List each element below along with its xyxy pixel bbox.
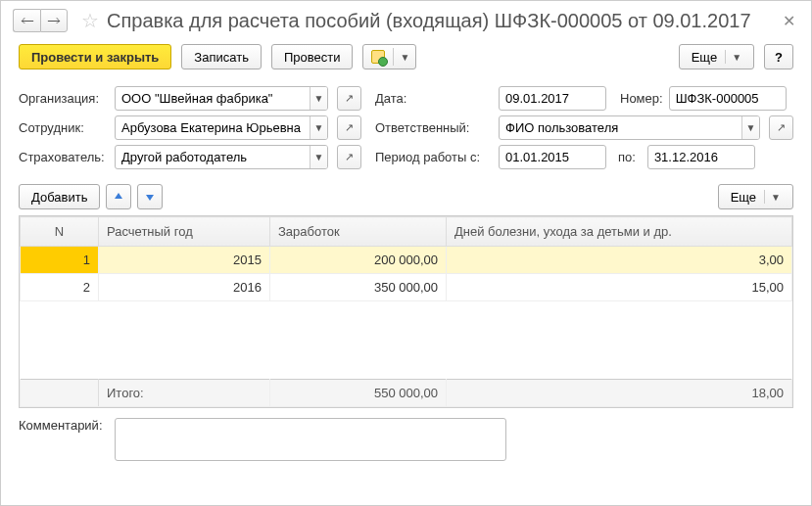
- period-from-input[interactable]: [500, 146, 606, 168]
- insurer-input[interactable]: [116, 146, 310, 168]
- chevron-down-icon[interactable]: ▼: [310, 146, 327, 168]
- footer-days: 18,00: [447, 380, 792, 407]
- cell-days[interactable]: 3,00: [447, 247, 792, 274]
- period-to-input[interactable]: [648, 146, 755, 168]
- more-button[interactable]: Еще ▼: [679, 44, 754, 69]
- comment-label: Комментарий:: [19, 418, 109, 433]
- period-to-label: по:: [618, 150, 636, 164]
- earnings-table: N Расчетный год Заработок Дней болезни, …: [19, 215, 793, 408]
- window-title: Справка для расчета пособий (входящая) Ш…: [107, 10, 771, 32]
- chevron-down-icon[interactable]: ▼: [310, 116, 327, 139]
- cell-days[interactable]: 15,00: [447, 274, 792, 301]
- col-header-year[interactable]: Расчетный год: [99, 217, 270, 247]
- table-more-label: Еще: [731, 190, 756, 205]
- employee-input[interactable]: [116, 116, 310, 139]
- chevron-down-icon: ▼: [393, 48, 409, 66]
- cell-year[interactable]: 2015: [99, 247, 270, 274]
- open-insurer-button[interactable]: ↗: [337, 145, 361, 169]
- col-header-earn[interactable]: Заработок: [270, 217, 447, 247]
- post-and-close-button[interactable]: Провести и закрыть: [19, 44, 171, 69]
- period-from-field[interactable]: 📅: [499, 145, 606, 169]
- chevron-down-icon[interactable]: ▼: [310, 87, 327, 110]
- favorite-star-icon[interactable]: ☆: [81, 9, 99, 32]
- nav-buttons: 🡐 🡒: [13, 9, 68, 32]
- nav-back-button[interactable]: 🡐: [13, 9, 40, 32]
- nav-forward-button[interactable]: 🡒: [40, 9, 68, 32]
- move-up-button[interactable]: [106, 184, 131, 209]
- write-button[interactable]: Записать: [181, 44, 262, 69]
- move-down-button[interactable]: [137, 184, 163, 209]
- organization-label: Организация:: [19, 91, 109, 106]
- cell-n[interactable]: 2: [21, 274, 99, 301]
- period-to-field[interactable]: 📅: [647, 145, 755, 169]
- cell-earn[interactable]: 200 000,00: [270, 247, 447, 274]
- create-based-on-button[interactable]: ▼: [362, 44, 416, 69]
- table-footer-row: Итого: 550 000,00 18,00: [21, 380, 792, 407]
- responsible-label: Ответственный:: [375, 120, 493, 135]
- footer-earn: 550 000,00: [270, 380, 447, 407]
- add-row-button[interactable]: Добавить: [19, 184, 100, 209]
- employee-label: Сотрудник:: [19, 120, 109, 135]
- document-window: 🡐 🡒 ☆ Справка для расчета пособий (входя…: [0, 0, 812, 506]
- comment-row: Комментарий:: [1, 408, 811, 471]
- table-empty-area[interactable]: [21, 301, 792, 380]
- employee-field[interactable]: ▼: [115, 115, 328, 140]
- chevron-down-icon: ▼: [764, 190, 781, 204]
- number-input[interactable]: [669, 86, 787, 111]
- table-more-button[interactable]: Еще ▼: [718, 184, 793, 209]
- close-icon[interactable]: ✕: [779, 12, 799, 30]
- footer-label: Итого:: [99, 380, 270, 407]
- document-icon: [371, 50, 385, 64]
- responsible-input[interactable]: [500, 116, 741, 139]
- cell-earn[interactable]: 350 000,00: [270, 274, 447, 301]
- table-row[interactable]: 2 2016 350 000,00 15,00: [21, 274, 792, 301]
- open-organization-button[interactable]: ↗: [337, 86, 361, 111]
- open-employee-button[interactable]: ↗: [337, 115, 361, 140]
- organization-input[interactable]: [116, 87, 310, 110]
- insurer-field[interactable]: ▼: [115, 145, 328, 169]
- arrow-up-icon: [113, 191, 124, 203]
- number-label: Номер:: [620, 91, 663, 106]
- table-row[interactable]: 1 2015 200 000,00 3,00: [21, 247, 792, 274]
- insurer-label: Страхователь:: [19, 150, 109, 164]
- comment-input[interactable]: [115, 418, 506, 461]
- main-toolbar: Провести и закрыть Записать Провести ▼ Е…: [1, 36, 811, 77]
- cell-n[interactable]: 1: [21, 247, 99, 274]
- table-toolbar: Добавить Еще ▼: [1, 178, 811, 215]
- more-label: Еще: [692, 50, 717, 65]
- arrow-down-icon: [144, 191, 156, 203]
- titlebar: 🡐 🡒 ☆ Справка для расчета пособий (входя…: [1, 1, 811, 36]
- form-area: Организация: ▼ ↗ Дата: 📅 Номер: Сотрудни…: [1, 77, 811, 178]
- period-from-label: Период работы с:: [375, 150, 493, 164]
- open-responsible-button[interactable]: ↗: [769, 115, 793, 140]
- date-label: Дата:: [375, 91, 493, 106]
- date-input[interactable]: [500, 87, 606, 110]
- organization-field[interactable]: ▼: [115, 86, 328, 111]
- help-button[interactable]: ?: [764, 44, 793, 69]
- col-header-days[interactable]: Дней болезни, ухода за детьми и др.: [447, 217, 792, 247]
- table-header-row: N Расчетный год Заработок Дней болезни, …: [21, 217, 792, 247]
- date-field[interactable]: 📅: [499, 86, 606, 111]
- chevron-down-icon: ▼: [725, 50, 741, 64]
- cell-year[interactable]: 2016: [99, 274, 270, 301]
- chevron-down-icon[interactable]: ▼: [741, 116, 759, 139]
- post-button[interactable]: Провести: [271, 44, 354, 69]
- responsible-field[interactable]: ▼: [499, 115, 760, 140]
- col-header-n[interactable]: N: [21, 217, 99, 247]
